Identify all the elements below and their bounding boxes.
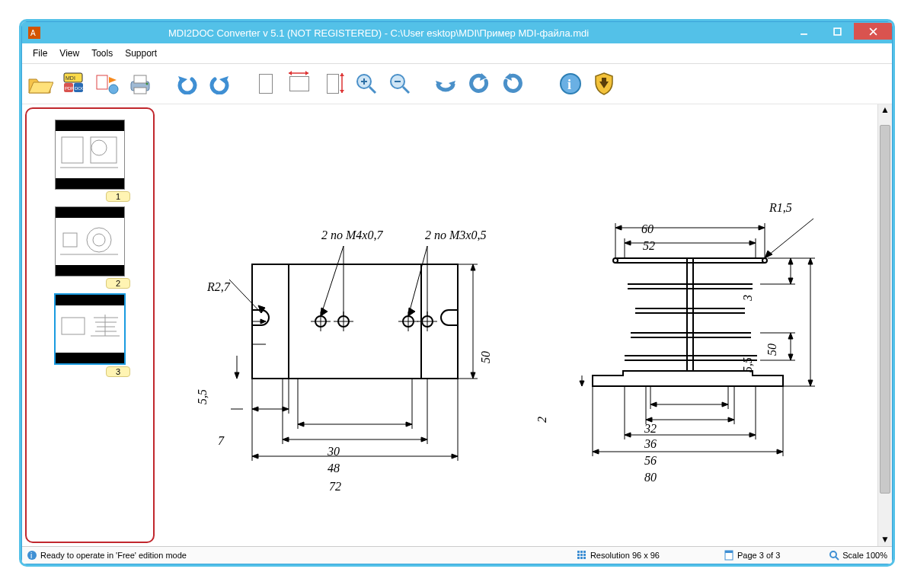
svg-point-128 <box>830 551 836 558</box>
status-bar: i Ready to operate in 'Free' edition mod… <box>22 546 892 564</box>
svg-text:PDF: PDF <box>65 86 74 91</box>
menu-file[interactable]: File <box>27 46 53 60</box>
drawing-left <box>184 173 511 478</box>
page-content: 2 по M4x0,7 2 по M3x0,5 R2,7 5,5 7 30 48… <box>158 104 877 546</box>
svg-rect-121 <box>580 554 583 556</box>
svg-rect-127 <box>725 551 733 553</box>
drawing-right <box>562 173 852 478</box>
svg-rect-29 <box>62 137 83 163</box>
info-icon: i <box>27 550 37 561</box>
rotate-right-button[interactable] <box>497 69 528 99</box>
convert-pdf-doc-button[interactable]: MDI PDF DOC <box>59 69 89 99</box>
svg-point-34 <box>93 234 105 246</box>
svg-rect-119 <box>583 551 586 553</box>
vertical-scrollbar[interactable]: ▲ ▼ <box>877 104 892 546</box>
grid-icon <box>577 550 587 561</box>
svg-rect-122 <box>583 554 586 556</box>
zoom-out-button[interactable] <box>385 69 415 99</box>
svg-line-76 <box>321 246 344 316</box>
svg-line-25 <box>403 87 409 93</box>
thumb-3-number: 3 <box>106 366 130 377</box>
thumbnail-page-2[interactable] <box>55 206 125 276</box>
status-resolution: Resolution 96 x 96 <box>590 551 660 560</box>
window-title: MDI2DOC Converter v 5.1 (NOT REGISTERED)… <box>168 27 589 39</box>
app-icon: A <box>28 27 40 39</box>
open-file-button[interactable] <box>25 69 56 99</box>
thumb-2-number: 2 <box>106 278 130 289</box>
menu-tools[interactable]: Tools <box>85 46 119 60</box>
svg-rect-31 <box>91 137 117 163</box>
convert-image-button[interactable] <box>92 69 123 99</box>
svg-point-84 <box>613 258 618 263</box>
info-button[interactable]: i <box>555 69 586 99</box>
svg-rect-15 <box>134 75 146 83</box>
svg-rect-16 <box>134 88 146 94</box>
svg-point-85 <box>762 258 767 263</box>
maximize-button[interactable] <box>820 23 854 40</box>
minimize-button[interactable] <box>787 23 820 40</box>
status-scale: Scale 100% <box>842 551 887 560</box>
svg-rect-12 <box>97 75 107 89</box>
svg-point-13 <box>109 85 118 94</box>
svg-rect-117 <box>577 551 580 553</box>
zoom-in-button[interactable] <box>351 69 382 99</box>
close-button[interactable] <box>854 23 892 40</box>
page-icon <box>724 550 734 561</box>
menu-support[interactable]: Support <box>119 46 163 60</box>
toolbar: MDI PDF DOC <box>22 64 892 104</box>
svg-text:i: i <box>30 551 32 560</box>
svg-rect-120 <box>577 554 580 556</box>
rotate-180-button[interactable] <box>430 69 461 99</box>
svg-rect-124 <box>580 557 583 559</box>
status-ready: Ready to operate in 'Free' edition mode <box>40 551 187 560</box>
zoom-icon <box>829 550 839 561</box>
svg-rect-35 <box>63 233 77 247</box>
menu-view[interactable]: View <box>53 46 85 60</box>
svg-rect-125 <box>583 557 586 559</box>
thumb-1-number: 1 <box>106 191 130 202</box>
label-2: 2 <box>535 417 549 423</box>
document-viewport[interactable]: 2 по M4x0,7 2 по M3x0,5 R2,7 5,5 7 30 48… <box>158 104 877 546</box>
thumbnails-panel: 1 2 3 <box>25 107 155 543</box>
thumbnail-page-3[interactable] <box>54 293 126 365</box>
rotate-left-button[interactable] <box>464 69 494 99</box>
svg-line-92 <box>765 219 813 258</box>
svg-line-129 <box>836 557 839 560</box>
thumbnail-page-1[interactable] <box>55 120 125 190</box>
svg-rect-37 <box>62 318 85 334</box>
print-button[interactable] <box>126 69 156 99</box>
svg-text:i: i <box>567 77 571 92</box>
svg-rect-123 <box>577 557 580 559</box>
fit-width-button[interactable] <box>284 69 315 99</box>
status-page: Page 3 of 3 <box>737 551 780 560</box>
svg-rect-3 <box>834 28 841 35</box>
svg-point-17 <box>146 83 149 85</box>
svg-text:A: A <box>30 29 36 37</box>
fit-height-button[interactable] <box>318 69 348 99</box>
menu-bar: File View Tools Support <box>22 43 892 64</box>
redo-button[interactable] <box>205 69 235 99</box>
register-button[interactable] <box>589 69 619 99</box>
fit-page-button[interactable] <box>251 69 281 99</box>
svg-line-21 <box>369 87 376 93</box>
svg-line-75 <box>229 280 261 313</box>
svg-point-33 <box>87 228 111 252</box>
undo-button[interactable] <box>171 69 202 99</box>
svg-rect-118 <box>580 551 583 553</box>
svg-point-30 <box>91 140 107 155</box>
label-72: 72 <box>329 480 341 494</box>
title-bar: A MDI2DOC Converter v 5.1 (NOT REGISTERE… <box>22 22 892 43</box>
svg-text:MDI: MDI <box>66 75 75 81</box>
svg-line-78 <box>408 246 427 316</box>
svg-text:DOC: DOC <box>75 86 85 91</box>
